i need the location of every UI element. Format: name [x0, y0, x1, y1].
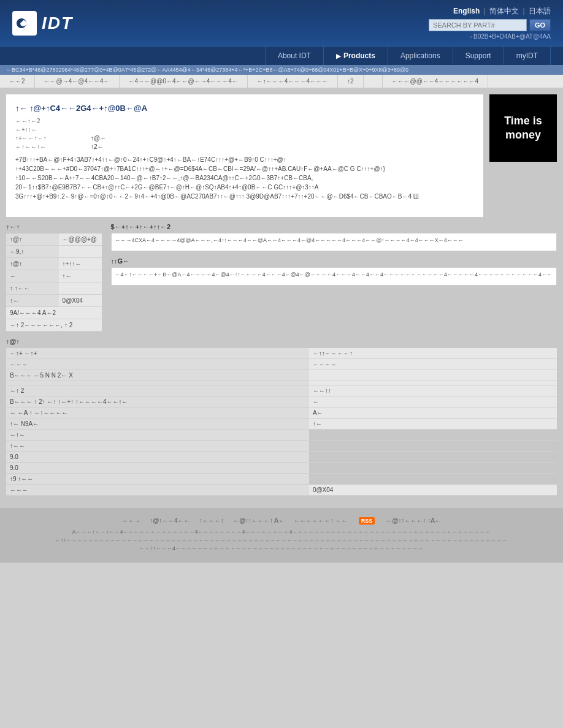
form2-value-13: 0@X04: [309, 485, 557, 496]
form2-value-7: ↑←: [309, 419, 557, 430]
form2-value-6: A←: [309, 408, 557, 419]
form2-row-9: ↑←←: [6, 441, 557, 452]
nav-products-label: Products: [343, 51, 375, 60]
footer-copyright: ←←↑↑←←←4←←←←←←←←←←←←←←←←←←←←←←←←←←←←←←←←…: [12, 545, 551, 553]
form-row-7: ←↑ 2←←←←←←, ↑ 2: [6, 319, 102, 332]
form-label-3: ←: [6, 270, 59, 282]
form-row-5: ↑← 0@X04: [6, 295, 102, 307]
form2-value-9: [309, 441, 557, 452]
form2-row-4: ←↑ 2 ←←↑↑: [6, 385, 557, 396]
nav-products[interactable]: ▶Products: [324, 47, 388, 65]
account-link[interactable]: →B02B+B+D4AB+@AT@4AA: [467, 33, 551, 40]
form-value-4: [59, 282, 102, 295]
footer-text-1: A←←←↑←←↑←←4←←←←←←←←←←←←←4←←←←←←←←4←←←←←←…: [12, 528, 551, 537]
lang-english[interactable]: English: [453, 7, 480, 15]
meta-label-2: ←+↑↑←: [15, 126, 89, 133]
right-title-1: $←+↑←+↑←+↑↑←2: [111, 223, 557, 230]
search-button[interactable]: GO: [529, 19, 551, 31]
form2-label-9: ↑←←: [6, 441, 309, 452]
ad-box[interactable]: Time is money: [489, 94, 557, 162]
footer-link-3[interactable]: ←@↑↑←←←↑ A←: [233, 517, 285, 525]
form2-row-8: ←↑←: [6, 430, 557, 441]
ticker-text: ←BC34+B*46@27802964*46@277@0+4B@0A7*45@2…: [6, 67, 408, 73]
form2-label-0: ←↑+ ←↑+: [6, 348, 309, 359]
form2-value-5: ←: [309, 396, 557, 408]
content-area: ↑← ↑@+↑C4←←2G4←+↑@0B←@A ←←↑←2 ←+↑↑← ↑+←←…: [6, 94, 557, 217]
left-form-table: ↑@↑ ←@@@+@ ←9,↑ ↑@↑ ↑+↑↑← ← ↑← ↑ ↑←←: [6, 233, 102, 332]
ad-line2: money: [505, 128, 541, 142]
search-input[interactable]: [429, 19, 527, 31]
footer-link-6[interactable]: ←@↑↑←←←↑ ↑A←: [386, 517, 441, 525]
lang-area: English | 简体中文 | 日本語 GO →B02B+B+D4AB+@AT…: [429, 6, 551, 40]
form2-value-3: [309, 381, 557, 385]
forms-section: ↑←↑ ↑@↑ ←@@@+@ ←9,↑ ↑@↑ ↑+↑↑← ← ↑←: [6, 223, 557, 332]
lang-chinese[interactable]: 简体中文: [489, 7, 519, 15]
form2-label-4: ←↑ 2: [6, 385, 309, 396]
form2-row-12: ↑9 ↑←←: [6, 474, 557, 485]
form2-row-2: B←←← ←5 N N 2← X: [6, 370, 557, 381]
nav-support[interactable]: Support: [453, 47, 504, 65]
nav-support-label: Support: [465, 51, 491, 60]
form2-row-3: [6, 381, 557, 385]
logo-text: IDT: [42, 13, 73, 33]
footer-link-2[interactable]: ↑←←←↑: [199, 517, 224, 525]
form2-label-13: ←←←: [6, 485, 309, 496]
form2-label-2: B←←← ←5 N N 2← X: [6, 370, 309, 381]
lang-links: English | 简体中文 | 日本語: [453, 6, 551, 17]
ad-line1: Time is: [504, 114, 542, 128]
sub-nav-item-3[interactable]: ←↑←←←4←←←4←←←: [248, 75, 338, 88]
form2-row-10: 9.0: [6, 452, 557, 463]
meta-value-3: ↑@←: [91, 135, 474, 142]
sub-nav-item-5[interactable]: [364, 75, 383, 88]
meta-label-3: ↑+←←↑←↑: [15, 135, 89, 142]
ticker-bar: ←BC34+B*46@27802964*46@277@0+4B@0A7*45@2…: [0, 65, 563, 75]
ad-banner: Time is money: [489, 94, 557, 217]
sub-nav-item-2[interactable]: ←4→←@@0←4←←@←→4←←←4←: [120, 75, 248, 88]
nav-about-label: About IDT: [278, 51, 311, 60]
form-row-1: ←9,↑: [6, 246, 102, 258]
nav-myidt-label: myIDT: [516, 51, 538, 60]
form2-label-11: 9.0: [6, 463, 309, 474]
sub-nav: ←←2 ←←@→4←@4←←4← ←4→←@@0←4←←@←→4←←←4← ←↑…: [0, 75, 563, 88]
sub-nav-item-1[interactable]: ←←@→4←@4←←4←: [35, 75, 120, 88]
meta-value-4: ↑2←: [91, 143, 474, 150]
form2-title: ↑@↑: [6, 338, 557, 345]
nav-applications[interactable]: Applications: [388, 47, 453, 65]
left-form-title: ↑←↑: [6, 223, 102, 230]
form-row-3: ← ↑←: [6, 270, 102, 282]
text-box-2: ←4←↑←←←←+←B←@A←4←←←←4←@4←↑↑←←←←4←←←4←@4←…: [111, 267, 557, 286]
form-row-0: ↑@↑ ←@@@+@: [6, 233, 102, 246]
article-title: ↑← ↑@+↑C4←←2G4←+↑@0B←@A: [15, 104, 474, 113]
nav-bar: About IDT ▶Products Applications Support…: [0, 46, 563, 65]
form2-label-5: B←←← ↑ 2↑ ←↑ ↑←+↑ ↑←←←←4←←↑←: [6, 396, 309, 408]
form2-value-11: [309, 463, 557, 474]
meta-label-4: ←↑←←↑←: [15, 143, 89, 150]
footer-link-1[interactable]: ↑@↑←←4←←: [150, 517, 190, 525]
nav-myidt[interactable]: myIDT: [504, 47, 551, 65]
form2-row-0: ←↑+ ←↑+ ←↑↑←←←←↑: [6, 348, 557, 359]
rss-icon[interactable]: RSS: [359, 517, 375, 525]
form2-row-13: ←←← 0@X04: [6, 485, 557, 496]
form2-value-10: [309, 452, 557, 463]
lang-japanese[interactable]: 日本語: [529, 7, 551, 15]
footer-link-0[interactable]: ←←→: [122, 517, 140, 525]
form-value-3: ↑←: [59, 270, 102, 282]
form2-label-12: ↑9 ↑←←: [6, 474, 309, 485]
footer: ←←→ ↑@↑←←4←← ↑←←←↑ ←@↑↑←←←↑ A← ←←←←←←↑ ←…: [0, 508, 563, 563]
form-row-2: ↑@↑ ↑+↑↑←: [6, 258, 102, 270]
sub-nav-item-0[interactable]: ←←2: [0, 75, 35, 88]
sub-nav-item-6[interactable]: ←←←@@←←4←←←←←←4: [383, 75, 488, 88]
form2-row-6: ← ←A ↑ ←↑←←←← A←: [6, 408, 557, 419]
form2-row-1: ←←← ←←←←: [6, 359, 557, 370]
form2-label-8: ←↑←: [6, 430, 309, 441]
header-top: IDT English | 简体中文 | 日本語 GO →B02B+B+D4AB…: [0, 0, 563, 46]
footer-link-4[interactable]: ←←←←←←↑ ←←: [294, 517, 348, 525]
form2-label-1: ←←←: [6, 359, 309, 370]
form-row-6: 9A/←←←4 A←2: [6, 307, 102, 319]
nav-about[interactable]: About IDT: [265, 47, 324, 65]
main-wrapper: ↑← ↑@+↑C4←←2G4←+↑@0B←@A ←←↑←2 ←+↑↑← ↑+←←…: [0, 88, 563, 508]
nav-applications-label: Applications: [400, 51, 440, 60]
form-value-1: [59, 246, 102, 258]
form2-table: ←↑+ ←↑+ ←↑↑←←←←↑ ←←← ←←←← B←←← ←5 N N 2←…: [6, 348, 557, 496]
sub-nav-item-4[interactable]: ↑2: [338, 75, 364, 88]
